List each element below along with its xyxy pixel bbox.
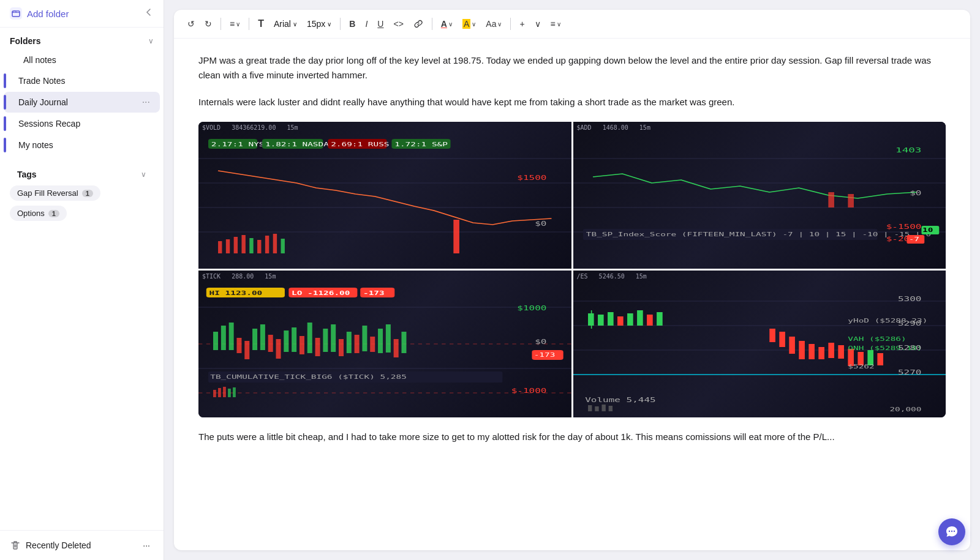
list-button[interactable]: ≡ ∨ <box>547 17 565 31</box>
svg-text:$1000: $1000 <box>517 305 546 312</box>
sidebar-collapse-button[interactable] <box>144 7 154 20</box>
svg-text:5290: 5290 <box>897 320 921 327</box>
charts-grid: $VOLD 384366219.00 15m <box>198 122 946 417</box>
editor-paragraph-2: Internals were lack luster and didnt rea… <box>198 95 946 110</box>
tags-section: Tags ∨ Gap Fill Reversal 1 Options 1 <box>0 161 164 228</box>
chart-add: $ADD 1468.00 15m 14 <box>573 122 946 269</box>
case-button[interactable]: Aa ∨ <box>482 17 505 31</box>
svg-rect-63 <box>355 335 360 353</box>
svg-text:LO -1126.00: LO -1126.00 <box>292 290 350 296</box>
tags-section-title: Tags <box>17 170 37 179</box>
svg-rect-5 <box>218 241 222 253</box>
more-button[interactable]: ∨ <box>531 17 545 31</box>
chart-svg-add: 1403 $0 $-1500 $-2000 TB_SP_Index_Score … <box>573 122 946 269</box>
svg-rect-10 <box>257 240 261 253</box>
svg-point-127 <box>949 531 950 532</box>
folders-chevron-icon: ∨ <box>148 37 154 45</box>
highlight-button[interactable]: A ∨ <box>459 17 480 31</box>
font-color-button[interactable]: A ∨ <box>437 17 456 31</box>
more-options-icon: ∨ <box>535 19 541 29</box>
chart-es: /ES 5246.50 15m <box>573 271 946 417</box>
folders-section: Folders ∨ All notes Trade Notes ··· Dail <box>0 28 164 161</box>
chart-vold: $VOLD 384366219.00 15m <box>198 122 571 269</box>
svg-rect-45 <box>213 332 218 350</box>
font-size-select[interactable]: 15px ∨ <box>303 17 335 31</box>
sidebar: Add folder Folders ∨ All notes Trade Not… <box>0 0 164 560</box>
text-style-button[interactable]: T <box>254 16 268 32</box>
svg-rect-49 <box>244 341 249 359</box>
svg-rect-66 <box>378 329 383 353</box>
svg-point-129 <box>954 531 955 532</box>
svg-rect-98 <box>637 310 643 326</box>
editor-body[interactable]: JPM was a great trade the day prior long… <box>174 39 970 550</box>
sidebar-item-all-notes[interactable]: All notes <box>4 50 160 70</box>
folder-indicator <box>4 116 6 131</box>
svg-rect-94 <box>598 315 604 326</box>
sidebar-item-sessions-recap[interactable]: Sessions Recap ··· <box>4 113 160 134</box>
svg-text:$0: $0 <box>535 220 546 227</box>
svg-rect-92 <box>588 313 594 326</box>
chat-icon <box>945 525 959 539</box>
svg-rect-108 <box>838 345 844 359</box>
svg-rect-11 <box>265 236 269 253</box>
add-folder-button[interactable]: Add folder <box>10 7 69 20</box>
chart-label: $TICK 288.00 15m <box>202 273 276 280</box>
svg-rect-95 <box>608 312 614 326</box>
svg-rect-13 <box>281 239 285 253</box>
svg-rect-69 <box>401 332 406 353</box>
tags-section-header[interactable]: Tags ∨ <box>7 166 156 183</box>
redo-button[interactable]: ↻ <box>201 17 216 31</box>
svg-rect-47 <box>229 323 234 350</box>
chat-widget[interactable] <box>938 518 965 545</box>
svg-text:$-1500: $-1500 <box>886 223 921 230</box>
item-more-icon[interactable]: ··· <box>142 97 150 108</box>
svg-rect-9 <box>249 238 253 253</box>
svg-rect-30 <box>848 194 854 207</box>
font-family-select[interactable]: Arial ∨ <box>270 17 301 31</box>
svg-text:20,000: 20,000 <box>889 406 921 413</box>
link-button[interactable] <box>410 17 427 31</box>
svg-text:5280: 5280 <box>897 345 921 351</box>
size-dropdown-icon: ∨ <box>327 21 331 28</box>
sidebar-item-daily-journal[interactable]: Daily Journal ··· <box>4 92 160 113</box>
align-button[interactable]: ≡ ∨ <box>226 17 244 31</box>
recently-deleted-more[interactable]: ··· <box>139 538 154 553</box>
insert-button[interactable]: + <box>516 17 528 31</box>
svg-text:1403: 1403 <box>895 146 921 154</box>
svg-rect-62 <box>347 332 352 353</box>
recently-deleted-button[interactable]: Recently Deleted <box>10 540 91 551</box>
sidebar-item-my-notes[interactable]: My notes ··· <box>4 135 160 155</box>
svg-rect-107 <box>828 343 834 358</box>
svg-text:1.72:1 S&P: 1.72:1 S&P <box>394 141 448 147</box>
folder-indicator <box>4 138 6 152</box>
svg-text:5270: 5270 <box>897 369 921 376</box>
underline-button[interactable]: U <box>374 17 387 31</box>
tag-gap-fill-reversal[interactable]: Gap Fill Reversal 1 <box>10 185 100 201</box>
svg-text:$0: $0 <box>535 338 546 345</box>
svg-rect-87 <box>233 387 236 397</box>
tag-options[interactable]: Options 1 <box>10 206 67 221</box>
sidebar-item-trade-notes[interactable]: Trade Notes ··· <box>4 70 160 91</box>
svg-text:-173: -173 <box>363 290 385 296</box>
italic-button[interactable]: I <box>361 17 371 31</box>
svg-text:TB_SP_Index_Score (FIFTEEN_MIN: TB_SP_Index_Score (FIFTEEN_MIN_LAST) -7 … <box>586 231 930 237</box>
bold-button[interactable]: B <box>345 17 359 31</box>
folders-section-header[interactable]: Folders ∨ <box>0 32 164 50</box>
svg-rect-106 <box>818 347 824 359</box>
tags-list: Gap Fill Reversal 1 Options 1 <box>7 183 156 223</box>
main-content: ↺ ↻ ≡ ∨ T Arial ∨ 15px ∨ B I U <box>164 0 980 560</box>
svg-rect-59 <box>323 329 328 352</box>
svg-text:1.82:1 NASDAQ: 1.82:1 NASDAQ <box>265 141 334 147</box>
tags-chevron-icon: ∨ <box>141 170 146 179</box>
chart-svg-tick: HI 1123.00 LO -1126.00 -173 $1000 $0 $-1… <box>198 271 571 417</box>
undo-button[interactable]: ↺ <box>184 17 198 31</box>
svg-text:$-1000: $-1000 <box>511 387 547 394</box>
toolbar-divider-4 <box>432 18 432 30</box>
toolbar-divider-3 <box>340 18 341 30</box>
code-button[interactable]: <> <box>390 17 407 31</box>
svg-text:HI 1123.00: HI 1123.00 <box>209 290 263 296</box>
svg-rect-52 <box>268 335 273 352</box>
svg-text:Volume 5,445: Volume 5,445 <box>585 397 656 403</box>
svg-rect-48 <box>236 338 241 353</box>
svg-text:TB_CUMULATIVE_TICK_BIG6 ($TICK: TB_CUMULATIVE_TICK_BIG6 ($TICK) 5,285 <box>210 374 407 380</box>
